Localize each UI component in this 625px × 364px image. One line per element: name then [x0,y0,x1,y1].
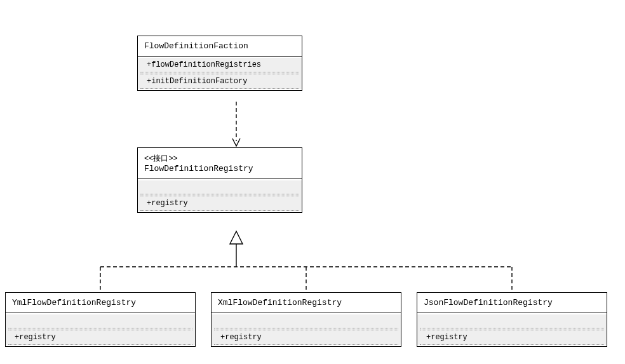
class-name: JsonFlowDefinitionRegistry [424,298,553,307]
class-name-section: JsonFlowDefinitionRegistry [417,293,607,313]
attributes-compartment: +registry [417,314,607,345]
attributes-compartment: +flowDefinitionRegistries +initDefinitio… [138,58,302,89]
class-name-section: <<接口>> FlowDefinitionRegistry [138,148,302,179]
attributes-compartment: +registry [6,314,195,345]
class-faction: FlowDefinitionFaction +flowDefinitionReg… [137,36,302,91]
class-name: FlowDefinitionFaction [144,41,248,51]
operation: +registry [220,332,392,342]
class-name-section: YmlFlowDefinitionRegistry [6,293,195,313]
class-name: YmlFlowDefinitionRegistry [12,298,136,307]
class-name: XmlFlowDefinitionRegistry [218,298,342,307]
attributes-compartment: +registry [138,180,302,211]
class-xml: XmlFlowDefinitionRegistry +registry [211,292,401,347]
realization-arrowhead [230,231,243,244]
class-yml: YmlFlowDefinitionRegistry +registry [5,292,196,347]
operation: +registry [147,198,293,208]
operation: +registry [426,332,598,342]
class-registry-interface: <<接口>> FlowDefinitionRegistry +registry [137,147,302,213]
attribute: +flowDefinitionRegistries [147,60,293,70]
class-name: FlowDefinitionRegistry [144,164,253,173]
operation: +initDefinitionFactory [147,76,293,86]
operation: +registry [15,332,186,342]
class-name-section: FlowDefinitionFaction [138,36,302,57]
dependency-arrowhead [232,138,240,146]
stereotype: <<接口>> [144,153,295,164]
class-name-section: XmlFlowDefinitionRegistry [212,293,401,313]
class-json: JsonFlowDefinitionRegistry +registry [417,292,607,347]
attributes-compartment: +registry [212,314,401,345]
